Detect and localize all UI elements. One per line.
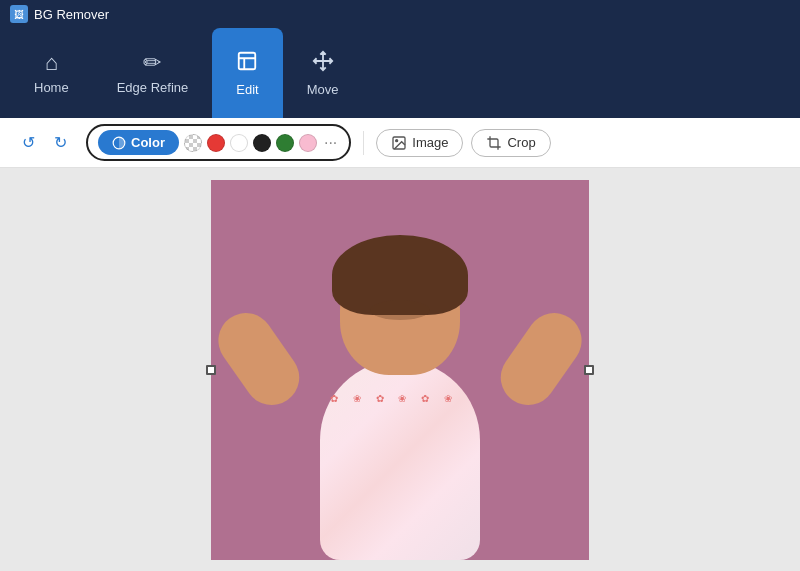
color-toolbar-group: Color ···	[86, 124, 351, 161]
nav-item-move[interactable]: Move	[283, 28, 363, 118]
home-icon: ⌂	[45, 52, 58, 74]
edit-icon	[236, 50, 258, 76]
redo-button[interactable]: ↻	[46, 129, 74, 157]
nav-item-home[interactable]: ⌂ Home	[10, 28, 93, 118]
app-title: BG Remover	[34, 7, 109, 22]
canvas-area	[0, 168, 800, 571]
swatch-transparent[interactable]	[184, 134, 202, 152]
more-colors-button[interactable]: ···	[322, 134, 339, 152]
swatch-black[interactable]	[253, 134, 271, 152]
image-button[interactable]: Image	[376, 129, 463, 157]
edge-refine-icon: ✏	[143, 52, 161, 74]
child-figure	[240, 190, 560, 560]
arm-left	[211, 302, 310, 415]
swatch-red[interactable]	[207, 134, 225, 152]
nav-label-move: Move	[307, 82, 339, 97]
crop-button-label: Crop	[507, 135, 535, 150]
toolbar: ↺ ↻ Color ··· Image Crop	[0, 118, 800, 168]
crop-button[interactable]: Crop	[471, 129, 550, 157]
child-body	[320, 360, 480, 560]
color-button-label: Color	[131, 135, 165, 150]
nav-item-edit[interactable]: Edit	[212, 28, 282, 118]
undo-redo-group: ↺ ↻	[14, 129, 74, 157]
main-image	[211, 180, 589, 560]
toolbar-separator	[363, 131, 364, 155]
nav-label-edge-refine: Edge Refine	[117, 80, 189, 95]
app-icon: 🖼	[10, 5, 28, 23]
nav-bar: ⌂ Home ✏ Edge Refine Edit Move	[0, 28, 800, 118]
image-button-label: Image	[412, 135, 448, 150]
crop-icon	[486, 135, 502, 151]
nav-label-edit: Edit	[236, 82, 258, 97]
svg-rect-0	[239, 52, 256, 69]
swatch-green[interactable]	[276, 134, 294, 152]
crop-handle-right[interactable]	[584, 365, 594, 375]
title-bar: 🖼 BG Remover	[0, 0, 800, 28]
move-icon	[312, 50, 334, 76]
image-icon	[391, 135, 407, 151]
crop-handle-left[interactable]	[206, 365, 216, 375]
child-head	[340, 245, 460, 375]
nav-label-home: Home	[34, 80, 69, 95]
swatch-pink[interactable]	[299, 134, 317, 152]
undo-button[interactable]: ↺	[14, 129, 42, 157]
swatch-white[interactable]	[230, 134, 248, 152]
color-wheel-icon	[112, 136, 126, 150]
arm-right	[490, 302, 589, 415]
color-button[interactable]: Color	[98, 130, 179, 155]
svg-point-3	[396, 139, 398, 141]
nav-item-edge-refine[interactable]: ✏ Edge Refine	[93, 28, 213, 118]
image-container[interactable]	[211, 180, 589, 560]
